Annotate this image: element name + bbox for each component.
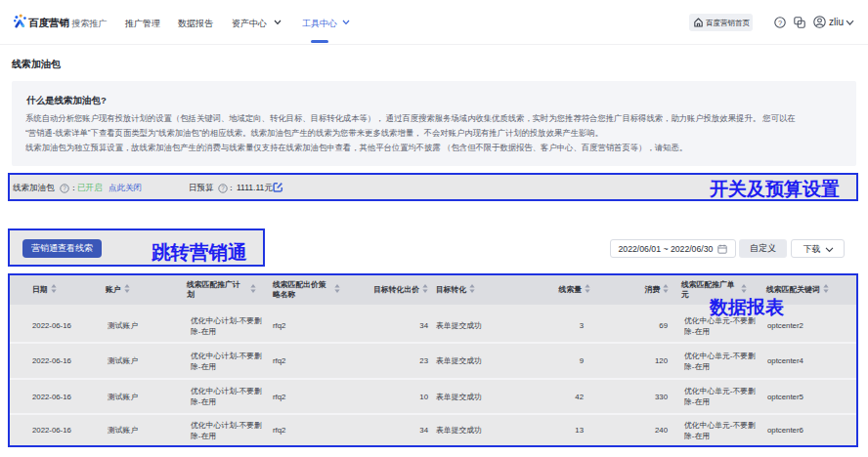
svg-text:?: ? — [63, 185, 66, 191]
svg-text:?: ? — [778, 18, 782, 26]
svg-text:?: ? — [221, 185, 225, 191]
